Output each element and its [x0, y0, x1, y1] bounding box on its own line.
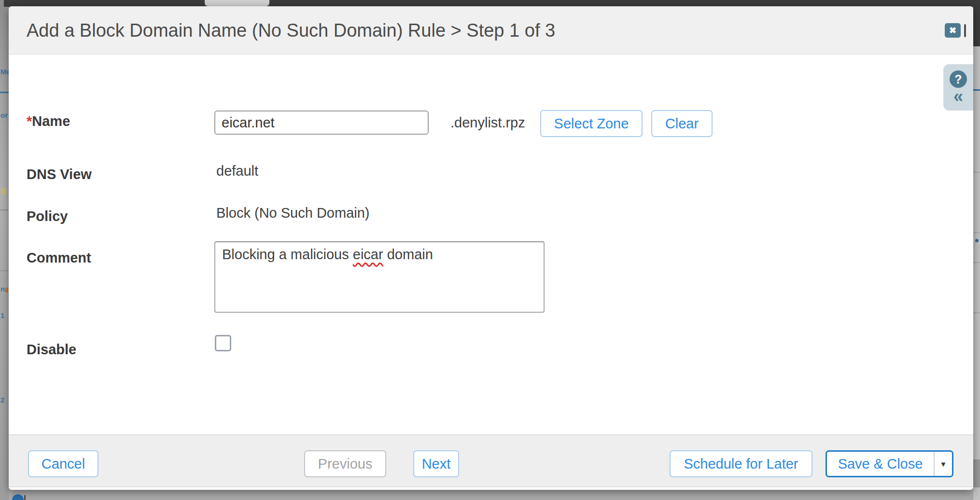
select-zone-button-label: Select Zone	[554, 116, 629, 132]
background-row-divider	[973, 262, 980, 263]
cancel-button[interactable]: Cancel	[28, 450, 98, 477]
background-tab-underline	[0, 92, 9, 93]
policy-label: Policy	[27, 208, 68, 224]
comment-misspelled-word: eicar	[353, 247, 383, 262]
save-options-toggle[interactable]: ▼	[934, 452, 952, 476]
add-rule-dialog: Add a Block Domain Name (No Such Domain)…	[9, 6, 973, 490]
name-label: *Name	[27, 113, 70, 129]
background-link-dot	[975, 239, 979, 242]
background-text-fragment: 1	[0, 311, 4, 319]
dialog-titlebar: Add a Block Domain Name (No Such Domain)…	[9, 6, 973, 55]
clear-button[interactable]: Clear	[651, 110, 713, 137]
next-button-label: Next	[422, 456, 451, 472]
collapse-panel-button[interactable]: «	[953, 89, 963, 104]
background-footer-fragment	[973, 459, 980, 487]
help-button[interactable]: ?	[950, 70, 967, 88]
background-toolbar-notch	[0, 0, 4, 7]
comment-label: Comment	[27, 250, 91, 266]
background-tab-fragment	[205, 0, 269, 6]
background-text-fragment: n	[0, 285, 5, 293]
caret-down-icon: ▼	[940, 460, 947, 468]
background-accent-line	[973, 89, 980, 91]
zone-suffix-text: .denylist.rpz	[450, 111, 525, 135]
next-button[interactable]: Next	[413, 450, 459, 477]
clear-button-label: Clear	[665, 116, 699, 132]
cancel-button-label: Cancel	[42, 456, 85, 472]
schedule-for-later-button-label: Schedule for Later	[684, 456, 798, 472]
background-text-fragment: or	[0, 111, 8, 119]
previous-button[interactable]: Previous	[304, 450, 386, 477]
dns-view-label: DNS View	[27, 167, 92, 182]
required-asterisk: *	[27, 113, 32, 129]
background-folder-icon	[1, 188, 6, 194]
comment-textarea[interactable]: Blocking a malicious eicar domain	[214, 241, 545, 313]
schedule-for-later-button[interactable]: Schedule for Later	[670, 450, 812, 477]
background-tick-fragment	[24, 495, 26, 500]
close-icon: ✖	[949, 26, 956, 35]
background-header-fragment	[973, 0, 980, 46]
background-row-divider	[973, 172, 980, 173]
dns-view-value: default	[216, 163, 258, 179]
save-and-close-button[interactable]: Save & Close	[827, 452, 934, 476]
comment-text-after: domain	[383, 247, 433, 262]
disable-label: Disable	[27, 342, 76, 358]
dialog-bottom-strip	[9, 486, 973, 490]
previous-button-label: Previous	[318, 456, 373, 472]
save-and-close-button-label: Save & Close	[838, 456, 923, 472]
dialog-title: Add a Block Domain Name (No Such Domain)…	[27, 6, 555, 55]
disable-checkbox[interactable]	[215, 335, 231, 351]
side-toolbar: ? «	[943, 64, 973, 111]
clipped-toolbar-icon	[964, 24, 966, 37]
background-left-strip: Me or n 1 2	[0, 7, 9, 500]
comment-text-before: Blocking a malicious	[222, 247, 353, 262]
background-row-divider	[973, 312, 980, 313]
help-icon: ?	[954, 72, 962, 86]
background-row-divider	[973, 232, 980, 233]
background-status-dot	[5, 288, 8, 292]
background-right-strip	[973, 0, 980, 500]
name-label-text: Name	[32, 113, 70, 129]
background-top-toolbar	[0, 0, 980, 7]
background-text-fragment: Me	[0, 68, 9, 76]
chevron-double-left-icon: «	[953, 86, 963, 106]
select-zone-button[interactable]: Select Zone	[540, 110, 643, 137]
background-text-fragment: 2	[0, 396, 4, 404]
save-and-close-split-button: Save & Close ▼	[826, 450, 953, 477]
policy-value: Block (No Such Domain)	[216, 205, 370, 221]
background-row-divider	[0, 209, 9, 210]
name-input[interactable]	[214, 111, 429, 135]
background-globe-icon	[12, 494, 24, 500]
background-row-divider	[0, 270, 9, 271]
close-button[interactable]: ✖	[945, 23, 961, 38]
